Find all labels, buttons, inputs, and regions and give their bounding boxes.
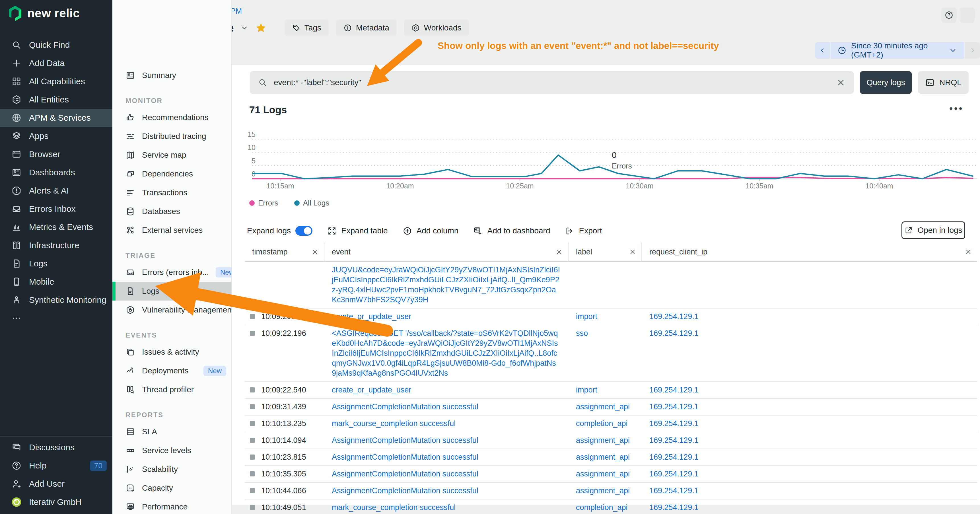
sidebar-item-all-entities[interactable]: All Entities <box>0 91 112 109</box>
log-row[interactable]: 10:10:44.066AssignmentCompletionMutation… <box>245 483 977 500</box>
sidebar-item-all-capabilities[interactable]: All Capabilities <box>0 72 112 91</box>
sidebar-item-add-data[interactable]: Add Data <box>0 54 112 72</box>
sidebar-item-add-user[interactable]: Add User <box>0 475 112 493</box>
sidebar-item-apps[interactable]: Apps <box>0 127 112 145</box>
subnav-item-dependencies[interactable]: Dependencies <box>112 164 231 183</box>
subnav-item-distributed-tracing[interactable]: Distributed tracing <box>112 127 231 146</box>
log-event-link[interactable]: AssignmentCompletionMutation successful <box>332 453 478 461</box>
sidebar-item-synthetic-monitoring[interactable]: Synthetic Monitoring <box>0 291 112 309</box>
log-row[interactable]: 10:10:35.305AssignmentCompletionMutation… <box>245 466 977 483</box>
log-event-link[interactable]: JUQVU&code=eyJraWQiOiJjcGItY29yZV8wOTI1M… <box>332 266 560 304</box>
subnav-item-logs[interactable]: Logs <box>112 282 231 301</box>
subnav-item-capacity[interactable]: Capacity <box>112 479 231 498</box>
log-ip-link[interactable]: 169.254.129.1 <box>649 419 698 428</box>
log-search-bar[interactable]: event:* -"label":"security" <box>250 71 854 94</box>
log-row[interactable]: 10:10:23.815AssignmentCompletionMutation… <box>245 449 977 466</box>
subnav-item-databases[interactable]: Databases <box>112 202 231 221</box>
log-label-link[interactable]: assignment_api <box>576 403 630 411</box>
nrql-button[interactable]: NRQL <box>918 71 969 94</box>
column-header-label[interactable]: label <box>568 242 642 261</box>
subnav-item-transactions[interactable]: Transactions <box>112 183 231 202</box>
log-row[interactable]: 10:09:20.895create_or_update_userimport1… <box>245 309 977 325</box>
log-label-link[interactable]: import <box>576 386 597 394</box>
query-logs-button[interactable]: Query logs <box>860 71 912 94</box>
sidebar-item-apm-services[interactable]: APM & Services <box>0 109 112 127</box>
sidebar-item-logs[interactable]: Logs <box>0 255 112 273</box>
sidebar-item-errors-inbox[interactable]: Errors Inbox <box>0 200 112 218</box>
new-relic-logo[interactable]: new relic <box>7 6 80 21</box>
subnav-item-thread-profiler[interactable]: Thread profiler <box>112 380 231 399</box>
log-event-link[interactable]: mark_course_completion successful <box>332 419 455 428</box>
export-button[interactable]: Export <box>565 226 602 236</box>
log-ip-link[interactable]: 169.254.129.1 <box>649 453 698 461</box>
column-close-timestamp[interactable] <box>311 248 319 256</box>
log-event-link[interactable]: AssignmentCompletionMutation successful <box>332 403 478 411</box>
subnav-item-service-map[interactable]: Service map <box>112 146 231 164</box>
log-event-link[interactable]: create_or_update_user <box>332 312 411 321</box>
log-ip-link[interactable]: 169.254.129.1 <box>649 503 698 512</box>
panel-menu-dots[interactable]: ••• <box>949 103 964 114</box>
open-in-logs-button[interactable]: Open in logs <box>902 221 965 239</box>
add-column-button[interactable]: Add column <box>402 226 459 236</box>
time-range-button[interactable]: Since 30 minutes ago (GMT+2) <box>830 42 964 59</box>
log-label-link[interactable]: completion_api <box>576 503 628 512</box>
log-row[interactable]: 10:10:14.094AssignmentCompletionMutation… <box>245 432 977 449</box>
subnav-item-issues-activity[interactable]: Issues & activity <box>112 343 231 361</box>
sidebar-item-alerts-ai[interactable]: Alerts & AI <box>0 181 112 200</box>
column-close-request_client_ip[interactable] <box>965 248 972 256</box>
log-label-link[interactable]: sso <box>576 329 588 337</box>
log-label-link[interactable]: completion_api <box>576 419 628 428</box>
log-ip-link[interactable]: 169.254.129.1 <box>649 386 698 394</box>
log-ip-link[interactable]: 169.254.129.1 <box>649 312 698 321</box>
subnav-item-external-services[interactable]: External services <box>112 221 231 240</box>
sidebar-item-infrastructure[interactable]: Infrastructure <box>0 236 112 255</box>
legend-item-errors[interactable]: Errors <box>249 199 278 207</box>
column-header-request_client_ip[interactable]: request_client_ip <box>642 242 977 261</box>
expand-table-button[interactable]: Expand table <box>327 226 388 236</box>
column-header-timestamp[interactable]: timestamp <box>245 242 325 261</box>
log-label-link[interactable]: assignment_api <box>576 469 630 478</box>
column-header-event[interactable]: event <box>325 242 568 261</box>
sidebar-item-iterativ-gmbh[interactable]: Iterativ GmbH <box>0 493 112 511</box>
log-label-link[interactable]: assignment_api <box>576 453 630 461</box>
metadata-button[interactable]: Metadata <box>336 20 397 36</box>
log-ip-link[interactable]: 169.254.129.1 <box>649 486 698 495</box>
workloads-button[interactable]: Workloads <box>404 20 469 36</box>
log-event-link[interactable]: AssignmentCompletionMutation successful <box>332 486 478 495</box>
log-event-link[interactable]: AssignmentCompletionMutation successful <box>332 469 478 478</box>
sidebar-item-dashboards[interactable]: Dashboards <box>0 163 112 181</box>
log-ip-link[interactable]: 169.254.129.1 <box>649 469 698 478</box>
tags-button[interactable]: Tags <box>285 20 329 36</box>
add-to-dashboard-button[interactable]: Add to dashboard <box>473 226 550 236</box>
column-close-label[interactable] <box>629 248 636 256</box>
log-label-link[interactable]: assignment_api <box>576 436 630 444</box>
sidebar-item-mobile[interactable]: Mobile <box>0 273 112 291</box>
sidebar-item-metrics-events[interactable]: Metrics & Events <box>0 218 112 236</box>
log-ip-link[interactable]: 169.254.129.1 <box>649 329 698 337</box>
search-query-text[interactable]: event:* -"label":"security" <box>274 78 830 87</box>
subnav-item-errors-errors-inb[interactable]: Errors (errors inb...New <box>112 263 231 282</box>
log-row[interactable]: 10:09:22.196<ASGIRequest: GET '/sso/call… <box>245 325 977 382</box>
sidebar-item-discussions[interactable]: Discussions <box>0 438 112 457</box>
log-row[interactable]: JUQVU&code=eyJraWQiOiJjcGItY29yZV8wOTI1M… <box>245 262 977 309</box>
column-close-event[interactable] <box>555 248 563 256</box>
help-button[interactable] <box>941 7 957 23</box>
legend-item-all-logs[interactable]: All Logs <box>294 199 329 207</box>
log-label-link[interactable]: assignment_api <box>576 486 630 495</box>
subnav-item-performance[interactable]: Performance <box>112 498 231 514</box>
log-ip-link[interactable]: 169.254.129.1 <box>649 436 698 444</box>
log-row[interactable]: 10:10:49.051mark_course_completion succe… <box>245 500 977 514</box>
time-back-button[interactable] <box>815 42 830 59</box>
log-event-link[interactable]: create_or_update_user <box>332 386 411 394</box>
log-row[interactable]: 10:09:22.540create_or_update_userimport1… <box>245 382 977 399</box>
log-event-link[interactable]: <ASGIRequest: GET '/sso/callback/?state=… <box>332 329 558 377</box>
subnav-item-vulnerability-management[interactable]: Vulnerability Management <box>112 301 231 319</box>
logs-timeseries-chart[interactable]: 05101510:15am10:20am10:25am10:30am10:35a… <box>245 129 977 197</box>
log-row[interactable]: 10:10:13.235mark_course_completion succe… <box>245 415 977 432</box>
log-event-link[interactable]: AssignmentCompletionMutation successful <box>332 436 478 444</box>
subnav-item-scalability[interactable]: Scalability <box>112 460 231 479</box>
subnav-item-service-levels[interactable]: Service levels <box>112 441 231 460</box>
clear-search-icon[interactable] <box>836 78 846 88</box>
log-ip-link[interactable]: 169.254.129.1 <box>649 403 698 411</box>
copy-link-button[interactable] <box>959 7 975 23</box>
